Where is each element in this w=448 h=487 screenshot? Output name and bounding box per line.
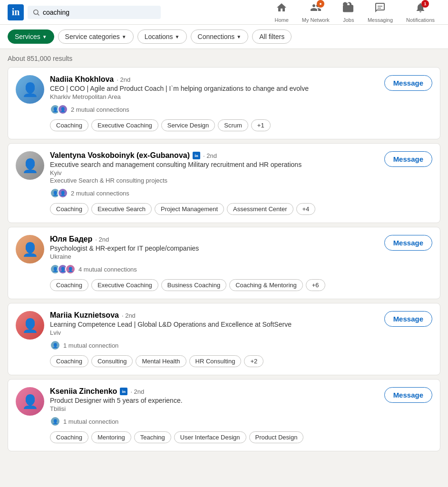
name-row: Nadiia Khokhlova · 2nd	[50, 75, 374, 84]
tag[interactable]: User Interface Design	[174, 431, 246, 443]
mutual-avatars: 👤	[50, 416, 60, 427]
search-input[interactable]	[43, 9, 156, 16]
tag[interactable]: +6	[306, 279, 325, 291]
nav-messaging-label: Messaging	[368, 17, 393, 23]
headline: Executive search and management consulti…	[50, 161, 374, 168]
tags: CoachingMentoringTeachingUser Interface …	[50, 431, 374, 443]
avatar[interactable]: 👤	[16, 311, 44, 340]
filter-service-categories[interactable]: Service categories ▼	[58, 29, 134, 44]
headline: Product Designer with 5 years of experie…	[50, 397, 374, 404]
card-info: Mariia Kuznietsova · 2nd Learning Compet…	[50, 311, 374, 367]
card-header: 👤 Kseniia Zinchenko in · 2nd Product Des…	[16, 387, 432, 443]
filter-all[interactable]: All filters	[252, 29, 292, 44]
filter-locations-label: Locations	[145, 33, 173, 40]
card-header: 👤 Nadiia Khokhlova · 2nd CEO | COO | Agi…	[16, 75, 432, 131]
message-button[interactable]: Message	[384, 235, 432, 251]
tag[interactable]: Coaching	[50, 355, 88, 367]
mutual-count: 4 mutual connections	[78, 266, 137, 273]
mutual-avatar: 👤	[58, 188, 68, 198]
results-list: 👤 Nadiia Khokhlova · 2nd CEO | COO | Agi…	[0, 67, 448, 451]
avatar[interactable]: 👤	[16, 151, 44, 180]
tag[interactable]: Mental Health	[136, 355, 186, 367]
mutual-connections: 👤 1 mutual connection	[50, 416, 374, 427]
message-button[interactable]: Message	[384, 151, 432, 167]
card-info: Юля Бадер · 2nd Psychologist & HR-expert…	[50, 235, 374, 291]
mutual-avatars: 👤👤	[50, 104, 68, 115]
avatar-placeholder: 👤	[22, 158, 39, 174]
home-icon	[276, 2, 287, 16]
degree-badge: · 2nd	[122, 312, 136, 319]
tag[interactable]: Business Coaching	[161, 279, 226, 291]
mutual-connections: 👤👤 2 mutual connections	[50, 188, 374, 198]
tag[interactable]: Executive Coaching	[91, 119, 158, 131]
tag[interactable]: Coaching	[50, 431, 88, 443]
tag[interactable]: Coaching	[50, 203, 88, 215]
tag[interactable]: Mentoring	[91, 431, 131, 443]
nav-network[interactable]: ● My Network	[296, 0, 335, 25]
result-card: 👤 Nadiia Khokhlova · 2nd CEO | COO | Agi…	[8, 67, 440, 139]
tag[interactable]: Service Design	[161, 119, 215, 131]
tag[interactable]: Executive Coaching	[91, 279, 158, 291]
results-count: About 851,000 results	[0, 55, 448, 67]
tag[interactable]: +1	[251, 119, 271, 131]
jobs-icon	[343, 2, 354, 16]
nav-notifications[interactable]: 1 Notifications	[400, 0, 440, 25]
filter-connections[interactable]: Connections ▼	[191, 29, 249, 44]
name-row: Юля Бадер · 2nd	[50, 235, 374, 244]
tag[interactable]: Project Management	[155, 203, 224, 215]
tag[interactable]: Product Design	[249, 431, 304, 443]
main-nav: Home ● My Network Jobs Messaging 1	[269, 0, 440, 25]
nav-jobs[interactable]: Jobs	[337, 0, 360, 25]
tag[interactable]: Consulting	[91, 355, 133, 367]
tag[interactable]: +4	[296, 203, 316, 215]
avatar[interactable]: 👤	[16, 75, 44, 104]
filter-services[interactable]: Services ▼	[8, 29, 54, 44]
filter-services-label: Services	[15, 33, 40, 40]
avatar-placeholder: 👤	[22, 394, 39, 409]
card-header: 👤 Mariia Kuznietsova · 2nd Learning Comp…	[16, 311, 432, 367]
tag[interactable]: Executive Search	[91, 203, 152, 215]
tag[interactable]: Coaching	[50, 119, 88, 131]
headline: Psychologist & HR-expert for IT people/c…	[50, 244, 374, 252]
headline: Learning Competence Lead | Global L&D Op…	[50, 321, 374, 328]
result-card: 👤 Valentyna Voskoboinyk (ex-Gubanova) in…	[8, 143, 440, 223]
card-header: 👤 Valentyna Voskoboinyk (ex-Gubanova) in…	[16, 151, 432, 215]
avatar[interactable]: 👤	[16, 387, 44, 416]
person-name[interactable]: Nadiia Khokhlova	[50, 75, 114, 84]
tag[interactable]: HR Consulting	[189, 355, 242, 367]
nav-notifications-label: Notifications	[406, 17, 435, 23]
nav-network-label: My Network	[302, 17, 330, 23]
mutual-count: 1 mutual connection	[63, 418, 118, 425]
avatar-placeholder: 👤	[22, 242, 39, 257]
tag[interactable]: +2	[244, 355, 263, 367]
nav-home-label: Home	[274, 17, 288, 23]
tag[interactable]: Scrum	[218, 119, 248, 131]
message-button[interactable]: Message	[384, 311, 432, 327]
nav-messaging[interactable]: Messaging	[362, 0, 399, 25]
avatar[interactable]: 👤	[16, 235, 44, 263]
chevron-down-icon: ▼	[175, 34, 180, 39]
person-name[interactable]: Kseniia Zinchenko	[50, 387, 117, 396]
tag[interactable]: Teaching	[134, 431, 171, 443]
location: Lviv	[50, 329, 374, 336]
mutual-avatar: 👤	[50, 416, 60, 427]
person-name[interactable]: Valentyna Voskoboinyk (ex-Gubanova)	[50, 151, 190, 160]
person-name[interactable]: Юля Бадер	[50, 235, 92, 244]
message-button[interactable]: Message	[384, 387, 432, 403]
filter-connections-label: Connections	[198, 33, 235, 40]
location: Kyiv	[50, 169, 374, 176]
notifications-badge: 1	[421, 0, 429, 8]
nav-home[interactable]: Home	[269, 0, 294, 25]
person-name[interactable]: Mariia Kuznietsova	[50, 311, 119, 320]
location: Kharkiv Metropolitan Area	[50, 93, 374, 100]
degree-badge: · 2nd	[117, 76, 130, 83]
card-right: Message	[380, 75, 432, 91]
tag[interactable]: Coaching & Mentoring	[229, 279, 303, 291]
message-button[interactable]: Message	[384, 75, 432, 91]
linkedin-logo[interactable]: in	[8, 4, 24, 20]
mutual-count: 2 mutual connections	[71, 106, 129, 113]
filter-locations[interactable]: Locations ▼	[137, 29, 187, 44]
name-row: Mariia Kuznietsova · 2nd	[50, 311, 374, 320]
tag[interactable]: Assessment Center	[227, 203, 293, 215]
tag[interactable]: Coaching	[50, 279, 88, 291]
